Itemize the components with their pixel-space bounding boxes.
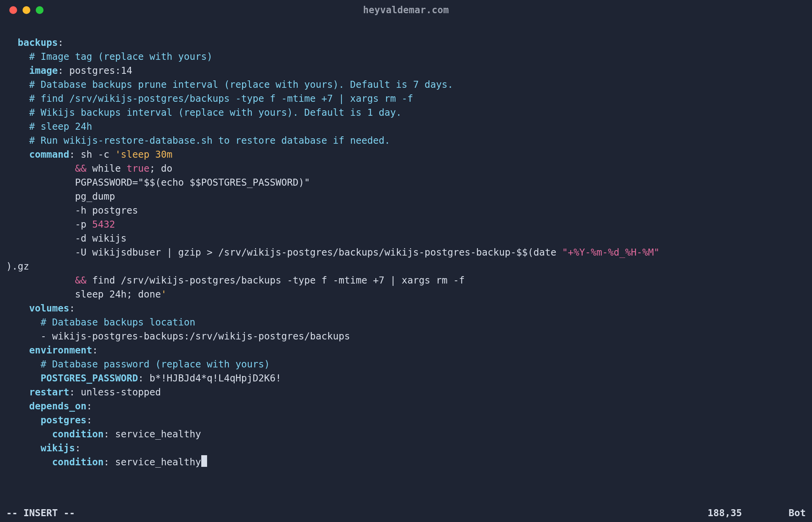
code-token: && — [75, 163, 87, 174]
code-line: -d wikijs — [6, 231, 806, 245]
code-token: : — [87, 414, 92, 426]
code-line: volumes: — [6, 301, 806, 315]
code-token: ; do — [150, 163, 173, 174]
code-token: -p — [75, 219, 92, 230]
code-token: postgres — [41, 414, 87, 426]
code-token: # Database backups prune interval (repla… — [29, 79, 453, 90]
code-token: : — [58, 37, 64, 48]
code-token: : service_healthy — [104, 428, 201, 440]
code-line: PGPASSWORD="$$(echo $$POSTGRES_PASSWORD)… — [6, 176, 806, 190]
code-line: && find /srv/wikijs-postgres/backups -ty… — [6, 273, 806, 287]
code-line: backups: — [6, 36, 806, 50]
code-line: sleep 24h; done' — [6, 287, 806, 301]
code-token: # Database backups location — [41, 317, 195, 328]
code-token: volumes — [29, 303, 69, 314]
code-line: # Database backups location — [6, 315, 806, 329]
code-token: "+%Y-%m-%d_%H-%M" — [562, 247, 660, 258]
code-line: pg_dump — [6, 190, 806, 204]
code-token: condition — [52, 428, 104, 440]
code-token: - wikijs-postgres-backups:/srv/wikijs-po… — [41, 331, 350, 342]
code-line: command: sh -c 'sleep 30m — [6, 148, 806, 162]
vim-mode: -- INSERT -- — [6, 507, 75, 519]
code-line: -p 5432 — [6, 218, 806, 231]
traffic-lights — [9, 6, 44, 14]
code-token: : b*!HJBJd4*q!L4qHpjD2K6! — [138, 372, 281, 384]
code-token: # sleep 24h — [29, 121, 92, 132]
cursor-block — [201, 455, 207, 467]
code-line: postgres: — [6, 413, 806, 427]
editor-area[interactable]: backups: # Image tag (replace with yours… — [0, 20, 812, 506]
code-token: 5432 — [92, 219, 115, 230]
code-token: : sh -c — [69, 149, 115, 160]
code-token: pg_dump — [75, 191, 115, 202]
code-token: : — [69, 303, 75, 314]
code-line: -h postgres — [6, 204, 806, 218]
code-token: -d wikijs — [75, 233, 127, 244]
close-icon[interactable] — [9, 6, 17, 14]
code-line: depends_on: — [6, 399, 806, 413]
vim-statusbar: -- INSERT -- 188,35 Bot — [0, 506, 812, 522]
code-token: sleep 24h; done — [75, 289, 161, 300]
code-line: condition: service_healthy — [6, 455, 806, 469]
code-token: : — [75, 442, 81, 454]
code-line: # Database backups prune interval (repla… — [6, 78, 806, 92]
code-line: environment: — [6, 343, 806, 357]
minimize-icon[interactable] — [23, 6, 30, 14]
code-line: -U wikijsdbuser | gzip > /srv/wikijs-pos… — [6, 245, 806, 259]
code-token: # Wikijs backups interval (replace with … — [29, 107, 402, 118]
code-token: restart — [29, 386, 69, 398]
code-token: PGPASSWORD="$$(echo $$POSTGRES_PASSWORD)… — [75, 177, 310, 188]
code-token: # Database password (replace with yours) — [41, 358, 270, 370]
code-token: depends_on — [29, 400, 87, 412]
code-token: && — [75, 275, 87, 286]
code-line: ).gz — [6, 259, 806, 273]
scroll-indicator: Bot — [789, 507, 806, 519]
code-token: : — [87, 400, 92, 412]
code-line: restart: unless-stopped — [6, 385, 806, 399]
code-token: command — [29, 149, 69, 160]
code-token: -U wikijsdbuser | gzip > /srv/wikijs-pos… — [75, 247, 562, 258]
terminal-window: heyvaldemar.com backups: # Image tag (re… — [0, 0, 812, 522]
zoom-icon[interactable] — [36, 6, 44, 14]
code-token: wikijs — [41, 442, 75, 454]
code-line: # find /srv/wikijs-postgres/backups -typ… — [6, 92, 806, 106]
code-line: # Database password (replace with yours) — [6, 357, 806, 371]
code-line: && while true; do — [6, 162, 806, 176]
code-line: # sleep 24h — [6, 120, 806, 134]
code-token: # find /srv/wikijs-postgres/backups -typ… — [29, 93, 413, 104]
code-token: : — [92, 345, 98, 356]
code-token: true — [127, 163, 150, 174]
window-title: heyvaldemar.com — [363, 5, 449, 16]
code-line: image: postgres:14 — [6, 64, 806, 78]
code-line: # Image tag (replace with yours) — [6, 50, 806, 64]
code-token: ' — [161, 289, 167, 300]
code-line: - wikijs-postgres-backups:/srv/wikijs-po… — [6, 329, 806, 343]
code-line: POSTGRES_PASSWORD: b*!HJBJd4*q!L4qHpjD2K… — [6, 371, 806, 385]
code-token: # Run wikijs-restore-database.sh to rest… — [29, 135, 390, 146]
code-token: -h postgres — [75, 205, 138, 216]
code-token: : postgres:14 — [58, 65, 132, 76]
code-token: while — [87, 163, 127, 174]
code-token: find /srv/wikijs-postgres/backups -type … — [87, 275, 465, 286]
code-token: backups — [18, 37, 58, 48]
code-line: # Wikijs backups interval (replace with … — [6, 106, 806, 120]
code-token: condition — [52, 456, 104, 468]
titlebar: heyvaldemar.com — [0, 0, 812, 20]
code-line: # Run wikijs-restore-database.sh to rest… — [6, 134, 806, 148]
code-token: # Image tag (replace with yours) — [29, 51, 213, 62]
cursor-position: 188,35 — [707, 507, 742, 519]
code-token: : unless-stopped — [69, 386, 161, 398]
code-token: POSTGRES_PASSWORD — [41, 372, 138, 384]
code-token: 'sleep 30m — [115, 149, 173, 160]
code-token: environment — [29, 345, 92, 356]
code-token: : service_healthy — [104, 456, 201, 468]
code-token: image — [29, 65, 58, 76]
code-token: ).gz — [6, 261, 29, 272]
code-line: condition: service_healthy — [6, 427, 806, 441]
code-line: wikijs: — [6, 441, 806, 455]
